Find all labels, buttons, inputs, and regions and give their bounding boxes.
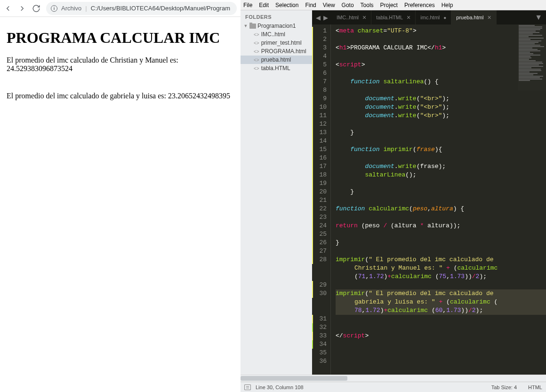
folder-name: Programacion1 (257, 23, 296, 29)
menu-preferences[interactable]: Preferences (404, 2, 435, 8)
code-area: ◀ ▶ IMC..htmltabla.HTMLimc.htmlprueba.ht… (312, 10, 546, 375)
file-name: prueba.html (261, 56, 291, 63)
close-tab-icon[interactable] (407, 14, 410, 21)
page-heading: PROGRAMA CALCULAR IMC (7, 29, 234, 47)
browser-toolbar: i Archivo | C:/Users/BIBLIOTECA64/Deskto… (0, 0, 241, 17)
tab-nav: ◀ ▶ (312, 10, 332, 24)
menu-find[interactable]: Find (305, 2, 316, 8)
tab-next-icon[interactable]: ▶ (322, 14, 329, 21)
sidebar: FOLDERS ▼ Programacion1 <>IMC..html<>pri… (241, 10, 312, 375)
sidebar-title: FOLDERS (241, 10, 312, 22)
minimap[interactable] (518, 24, 546, 90)
menu-tools[interactable]: Tools (361, 2, 374, 8)
menu-goto[interactable]: Goto (342, 2, 354, 8)
tab-label: tabla.HTML (376, 15, 403, 20)
file-name: primer_test.html (261, 40, 302, 46)
file-item[interactable]: <>PROGRAMA.html (241, 47, 312, 56)
file-name: IMC..html (261, 31, 285, 38)
menu-edit[interactable]: Edit (259, 2, 269, 8)
folder-row[interactable]: ▼ Programacion1 (241, 22, 312, 30)
file-item[interactable]: <>prueba.html (241, 56, 312, 64)
file-icon: <> (254, 32, 259, 37)
editor-tab[interactable]: IMC..html (332, 10, 371, 24)
tabs-row: ◀ ▶ IMC..htmltabla.HTMLimc.htmlprueba.ht… (312, 10, 546, 24)
status-position[interactable]: Line 30, Column 108 (256, 384, 304, 390)
url-label: Archivo (61, 5, 81, 12)
tab-label: IMC..html (337, 15, 359, 20)
status-syntax[interactable]: HTML (528, 384, 542, 390)
menu-help[interactable]: Help (442, 2, 453, 8)
reload-button[interactable] (32, 4, 40, 13)
tab-overflow-button[interactable]: ▼ (531, 10, 546, 24)
file-icon: <> (254, 40, 259, 46)
file-item[interactable]: <>tabla.HTML (241, 64, 312, 72)
tab-prev-icon[interactable]: ◀ (315, 14, 321, 21)
editor-tab[interactable]: tabla.HTML (371, 10, 416, 24)
gutter: 1234567891011121314151617181920212223242… (312, 24, 331, 375)
browser-content: PROGRAMA CALCULAR IMC El promedio del im… (0, 17, 241, 126)
disclosure-triangle-icon: ▼ (243, 24, 248, 28)
address-bar[interactable]: i Archivo | C:/Users/BIBLIOTECA64/Deskto… (46, 2, 237, 15)
close-tab-icon[interactable] (362, 14, 366, 21)
file-item[interactable]: <>IMC..html (241, 30, 312, 39)
tab-label: prueba.html (456, 15, 483, 20)
horizontal-scrollbar[interactable] (241, 375, 546, 382)
editor-tab[interactable]: prueba.html (451, 10, 496, 24)
result-text-1: El promedio del imc calculado de Christi… (7, 56, 234, 73)
menu-bar: FileEditSelectionFindViewGotoToolsProjec… (241, 0, 546, 10)
folder-icon (249, 24, 256, 29)
code-editor[interactable]: 1234567891011121314151617181920212223242… (312, 24, 546, 375)
file-name: PROGRAMA.html (261, 48, 306, 55)
menu-project[interactable]: Project (380, 2, 398, 8)
panel-icon[interactable] (244, 384, 251, 390)
file-icon: <> (254, 49, 259, 54)
menu-file[interactable]: File (243, 2, 252, 8)
modified-indicator-icon[interactable] (443, 15, 446, 20)
result-text-2: El promedio del imc calculado de gabriel… (7, 92, 234, 100)
tab-label: imc.html (420, 15, 440, 20)
code-content[interactable]: <meta charset="UTF-8"><h1>PROGRAMA CALCU… (331, 24, 546, 375)
status-bar: Line 30, Column 108 Tab Size: 4 HTML (241, 382, 546, 392)
browser-window: i Archivo | C:/Users/BIBLIOTECA64/Deskto… (0, 0, 241, 392)
info-icon: i (51, 5, 57, 12)
file-icon: <> (254, 57, 259, 63)
editor-tab[interactable]: imc.html (416, 10, 451, 24)
back-button[interactable] (4, 4, 12, 13)
scrollbar-thumb[interactable] (241, 376, 347, 381)
status-tab-size[interactable]: Tab Size: 4 (491, 384, 517, 390)
forward-button[interactable] (18, 4, 26, 13)
file-icon: <> (254, 66, 259, 71)
menu-view[interactable]: View (323, 2, 335, 8)
menu-selection[interactable]: Selection (275, 2, 298, 8)
file-item[interactable]: <>primer_test.html (241, 39, 312, 47)
editor-window: FileEditSelectionFindViewGotoToolsProjec… (241, 0, 546, 392)
close-tab-icon[interactable] (487, 14, 491, 21)
file-name: tabla.HTML (261, 65, 290, 72)
url-path: C:/Users/BIBLIOTECA64/Desktop/Manuel/Pro… (91, 5, 230, 12)
